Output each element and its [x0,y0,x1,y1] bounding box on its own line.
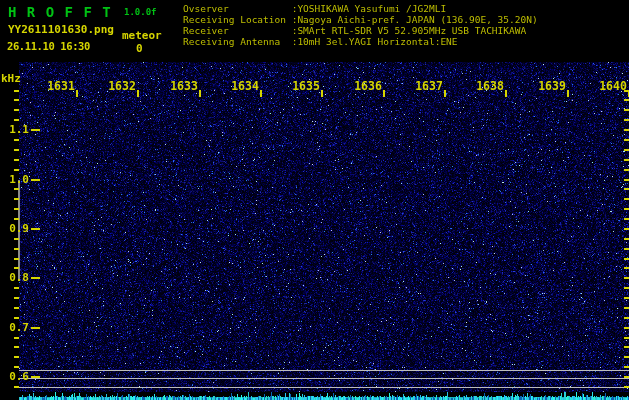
freq-right-tick [624,248,629,250]
freq-right-tick [624,297,629,299]
freq-minor-tick [14,119,19,121]
time-tick-label: 1639 [536,80,568,92]
time-tick-label: 1640 [597,80,629,92]
freq-right-tick [624,99,629,101]
freq-tick-label: 1.1 [0,124,29,136]
freq-minor-tick [14,139,19,141]
time-tick-label: 1635 [290,80,322,92]
freq-right-tick [624,356,629,358]
freq-right-tick [624,258,629,260]
freq-right-tick [624,208,629,210]
freq-right-tick [624,238,629,240]
freq-minor-tick [14,356,19,358]
text-layer: H R O F F T 1.0.0f YY2611101630.png mete… [0,0,629,400]
freq-right-tick [624,386,629,388]
time-tick-label: 1637 [413,80,445,92]
time-tick [199,90,201,97]
freq-right-tick [624,327,629,329]
freq-tick-label: 0.8 [0,272,29,284]
freq-minor-tick [14,307,19,309]
freq-minor-tick [14,267,19,269]
meteor-count: 0 [136,42,143,55]
freq-right-tick [624,179,629,181]
freq-major-tick [31,179,40,181]
freq-right-tick [624,109,629,111]
freq-major-tick [31,327,40,329]
freq-major-tick [31,376,40,378]
freq-minor-tick [14,159,19,161]
freq-minor-tick [14,386,19,388]
app-version: 1.0.0f [124,7,157,17]
freq-right-tick [624,119,629,121]
info-line: Receiver :SMArt RTL-SDR V5 52.905MHz USB… [183,25,538,36]
freq-minor-tick [14,99,19,101]
freq-right-tick [624,228,629,230]
freq-minor-tick [14,248,19,250]
freq-right-tick [624,346,629,348]
freq-major-tick [31,228,40,230]
freq-major-tick [31,277,40,279]
time-tick [444,90,446,97]
freq-right-tick [624,169,629,171]
time-tick [567,90,569,97]
time-tick-label: 1631 [45,80,77,92]
freq-minor-tick [14,258,19,260]
freq-right-tick [624,317,629,319]
info-line: Receiving Antenna :10mH 3el.YAGI Horizon… [183,36,538,47]
time-tick [137,90,139,97]
hrofft-output-screenshot: H R O F F T 1.0.0f YY2611101630.png mete… [0,0,629,400]
time-tick-label: 1638 [474,80,506,92]
time-tick [76,90,78,97]
freq-minor-tick [14,346,19,348]
freq-right-tick [624,149,629,151]
freq-right-tick [624,337,629,339]
freq-major-tick [31,129,40,131]
date-time: 26.11.10 16:30 [7,40,90,52]
freq-right-tick [624,198,629,200]
freq-minor-tick [14,198,19,200]
freq-minor-tick [14,169,19,171]
freq-right-tick [624,376,629,378]
time-tick [383,90,385,97]
freq-minor-tick [14,218,19,220]
freq-right-tick [624,218,629,220]
freq-tick-label: 0.6 [0,371,29,383]
freq-minor-tick [14,90,19,92]
info-line: Ovserver :YOSHIKAWA Yasufumi /JG2MLI [183,3,538,14]
freq-right-tick [624,277,629,279]
freq-minor-tick [14,188,19,190]
frequency-unit-label: kHz [1,72,21,85]
freq-right-tick [624,159,629,161]
freq-right-tick [624,139,629,141]
freq-right-tick [624,366,629,368]
time-tick [505,90,507,97]
app-title: H R O F F T [8,4,112,20]
time-tick-label: 1636 [352,80,384,92]
freq-minor-tick [14,366,19,368]
freq-minor-tick [14,109,19,111]
freq-right-tick [624,188,629,190]
receiver-info: Ovserver :YOSHIKAWA Yasufumi /JG2MLIRece… [183,3,538,47]
time-tick [260,90,262,97]
time-tick [321,90,323,97]
time-tick-label: 1633 [168,80,200,92]
freq-right-tick [624,129,629,131]
info-line: Receiving Location :Nagoya Aichi-pref. J… [183,14,538,25]
freq-minor-tick [14,317,19,319]
mode-label: meteor [122,29,162,42]
freq-tick-label: 0.9 [0,223,29,235]
freq-right-tick [624,267,629,269]
freq-minor-tick [14,337,19,339]
freq-minor-tick [14,238,19,240]
freq-minor-tick [14,208,19,210]
output-filename: YY2611101630.png [8,23,114,36]
freq-tick-label: 1.0 [0,174,29,186]
freq-tick-label: 0.7 [0,322,29,334]
time-tick-label: 1632 [106,80,138,92]
freq-minor-tick [14,149,19,151]
freq-minor-tick [14,287,19,289]
time-tick-label: 1634 [229,80,261,92]
freq-right-tick [624,287,629,289]
freq-right-tick [624,307,629,309]
freq-minor-tick [14,297,19,299]
